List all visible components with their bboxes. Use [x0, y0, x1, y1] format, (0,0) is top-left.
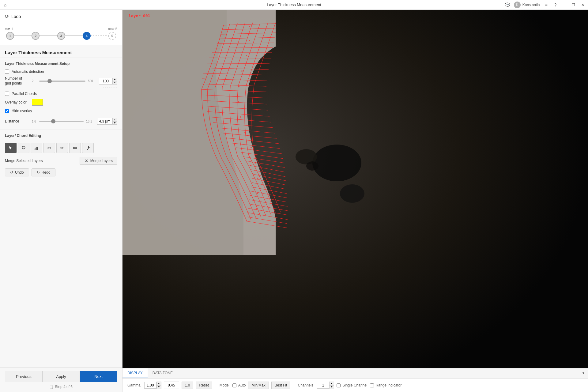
range-indicator-label[interactable]: Range Indicator [370, 383, 402, 387]
gamma-secondary-input[interactable]: 0.45 [164, 382, 179, 389]
image-svg [123, 10, 588, 368]
scissors-tool[interactable]: ✂ [43, 143, 55, 153]
reset-button[interactable]: Reset [196, 382, 212, 389]
distance-slider[interactable] [39, 121, 84, 122]
previous-button[interactable]: Previous [5, 371, 43, 382]
restore-button[interactable]: ❐ [571, 3, 576, 7]
image-viewport[interactable]: layer_001 [123, 10, 588, 368]
home-icon[interactable]: ⌂ [2, 2, 8, 8]
svg-point-60 [238, 86, 239, 87]
grid-points-down[interactable]: ▼ [112, 81, 117, 85]
help-icon[interactable]: ? [552, 2, 558, 8]
grid-points-up[interactable]: ▲ [112, 78, 117, 81]
step-1[interactable]: 1 [6, 32, 14, 40]
tab-display[interactable]: DISPLAY [123, 368, 148, 378]
svg-point-13 [306, 161, 318, 171]
single-channel-checkbox[interactable] [337, 383, 341, 387]
parallel-chords-row[interactable]: Parallel Chords [0, 90, 122, 97]
grid-points-slider[interactable] [39, 81, 85, 82]
svg-rect-1 [35, 149, 35, 150]
bestfit-button[interactable]: Best Fit [271, 382, 291, 389]
distance-spinbox: ▲ ▼ [97, 118, 117, 125]
grid-points-input[interactable]: 100 [99, 78, 112, 85]
channels-label: Channels [298, 383, 313, 387]
grid-points-spinbox: 100 ▲ ▼ [99, 78, 117, 85]
svg-point-66 [257, 178, 258, 179]
menu-icon[interactable]: ≡ [543, 2, 549, 8]
step-line-1 [14, 36, 32, 36]
auto-detect-row[interactable]: Automatic detection [0, 68, 122, 75]
minmax-button[interactable]: Min/Max [248, 382, 269, 389]
titlebar-left: ⌂ [2, 2, 8, 8]
left-panel: ⟳ Loop min 1 max 5 ▾ 1 2 3 4 5 [0, 10, 123, 392]
tab-datazone[interactable]: DATA ZONE [148, 368, 178, 378]
step-line-2 [40, 36, 57, 36]
overlay-color-label: Overlay color [5, 100, 29, 104]
close-button[interactable]: ✕ [580, 3, 586, 7]
range-indicator-checkbox[interactable] [370, 383, 374, 387]
distance-label: Distance [5, 119, 29, 123]
distance-up[interactable]: ▲ [112, 118, 117, 121]
svg-point-11 [340, 184, 364, 203]
undo-redo-row: ↺ Undo ↻ Redo [0, 167, 122, 180]
svg-point-64 [251, 147, 252, 148]
display-tabs: DISPLAY DATA ZONE ▾ [123, 368, 588, 379]
distance-down[interactable]: ▼ [112, 121, 117, 125]
gamma-up[interactable]: ▲ [156, 382, 161, 385]
channel-input[interactable]: 1 [317, 382, 329, 389]
ruler-tool[interactable] [69, 143, 81, 153]
svg-point-63 [244, 132, 246, 133]
hide-overlay-label: Hide overlay [12, 109, 32, 113]
auto-detect-checkbox[interactable] [5, 70, 9, 74]
step-3[interactable]: 3 [57, 32, 65, 40]
undo-button[interactable]: ↺ Undo [5, 168, 29, 176]
gamma-one-button[interactable]: 1.0 [182, 382, 194, 389]
overlay-color-row: Overlay color [0, 97, 122, 107]
single-channel-label[interactable]: Single Channel [337, 383, 367, 387]
hide-overlay-row[interactable]: Hide overlay [0, 107, 122, 114]
section-title: Layer Thickness Measurement [0, 45, 122, 58]
distance-input[interactable] [97, 118, 112, 125]
titlebar: ⌂ Layer Thickness Measurement 💬 K Konsta… [0, 0, 588, 10]
micro-image: layer_001 [123, 10, 588, 368]
gamma-down[interactable]: ▼ [156, 385, 161, 389]
chart-tool[interactable] [31, 143, 42, 153]
dropper-tool[interactable] [82, 143, 94, 153]
auto-checkbox[interactable] [232, 383, 236, 387]
svg-point-67 [257, 193, 258, 194]
svg-point-62 [240, 116, 241, 118]
step-section: min 1 max 5 ▾ 1 2 3 4 5 [0, 23, 122, 45]
next-button[interactable]: Next [80, 371, 117, 382]
apply-button[interactable]: Apply [43, 371, 80, 382]
username: Konstantin [522, 3, 540, 7]
step-arrow: ▾ [8, 27, 10, 31]
mode-group: Mode Auto Min/Max Best Fit [220, 382, 291, 389]
channel-up[interactable]: ▲ [329, 382, 334, 385]
distance-max: 16,1 [86, 120, 95, 123]
lasso-tool[interactable] [18, 143, 29, 153]
setup-title: Layer Thickness Measurement Setup [0, 58, 122, 68]
svg-point-65 [255, 162, 256, 164]
tab-arrow[interactable]: ▾ [579, 368, 588, 378]
channel-down[interactable]: ▼ [329, 385, 334, 389]
step-2[interactable]: 2 [32, 32, 40, 40]
merge-button[interactable]: Merge Layers [80, 157, 117, 165]
select-tool[interactable] [5, 143, 17, 153]
editing-title: Layer/ Chord Editing [0, 130, 122, 140]
redo-button[interactable]: ↻ Redo [32, 168, 56, 176]
merge-row: Merge Selected Layers Merge Layers [0, 156, 122, 167]
grid-points-label: Number ofgrid points [5, 76, 29, 86]
parallel-chords-checkbox[interactable] [5, 92, 9, 96]
pen-tool[interactable]: ✏ [56, 143, 68, 153]
channel-spinbox: 1 ▲ ▼ [317, 382, 334, 389]
chat-icon[interactable]: 💬 [505, 2, 510, 8]
step-track: ▾ 1 2 3 4 5 [5, 32, 117, 40]
overlay-color-swatch[interactable] [32, 99, 43, 106]
auto-mode-label[interactable]: Auto [232, 383, 246, 387]
step-4[interactable]: 4 [83, 32, 91, 40]
parallel-chords-label: Parallel Chords [12, 92, 37, 96]
gamma-input[interactable]: 1.00 [144, 382, 156, 389]
hide-overlay-checkbox[interactable] [5, 109, 9, 113]
loop-label: Loop [11, 14, 21, 19]
minimize-button[interactable]: ─ [562, 3, 567, 7]
